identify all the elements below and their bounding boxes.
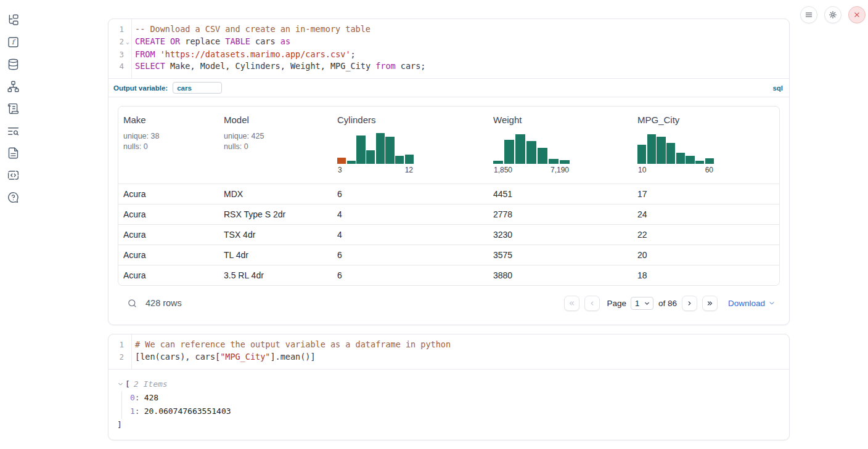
help-icon[interactable] [6, 190, 20, 204]
table-cell: Acura [118, 270, 219, 280]
pagination: Page 1 of 86 Download [559, 296, 776, 311]
table-cell: TSX 4dr [219, 230, 332, 240]
histogram-bar [637, 145, 646, 164]
histogram-max-label: 12 [405, 166, 413, 174]
column-header-cylinders[interactable]: Cylinders312 [332, 107, 488, 184]
dependency-graph-icon[interactable] [6, 79, 20, 93]
tree-entry-index: 0 [130, 393, 135, 402]
page-select-value: 1 [635, 299, 639, 308]
settings-button[interactable] [824, 6, 841, 23]
page-select[interactable]: 1 [631, 297, 653, 310]
histogram-bar [515, 134, 525, 164]
histogram-bar [347, 161, 356, 164]
code-line: 2⌄CREATE OR replace TABLE cars as [108, 36, 789, 49]
histogram-min-label: 1,850 [494, 166, 512, 174]
table-row[interactable]: AcuraMDX6445117 [118, 184, 779, 204]
code-token: ].mean()] [270, 352, 315, 362]
histogram-bar [657, 137, 665, 164]
menu-button[interactable] [800, 6, 817, 23]
output-variable-label: Output variable: [113, 84, 168, 92]
gear-icon [829, 10, 837, 19]
column-histogram: 312 [337, 130, 483, 174]
fold-indicator [124, 339, 131, 351]
python-editor[interactable]: 1# We can reference the output variable … [108, 334, 789, 368]
histogram-bar [705, 158, 714, 164]
code-token [155, 49, 160, 59]
chevrons-right-icon [706, 299, 714, 307]
table-cell: 18 [633, 270, 779, 280]
close-icon [853, 10, 861, 19]
result-table-wrap: Makeunique: 38nulls: 0Modelunique: 425nu… [108, 97, 789, 286]
line-number: 4 [108, 60, 124, 73]
code-token: [len(cars), cars[ [135, 352, 220, 362]
code-token: # We can reference the output variable a… [135, 339, 451, 349]
sidebar-panel: f [0, 0, 26, 449]
python-cell: 1# We can reference the output variable … [108, 334, 790, 440]
histogram-bar [686, 156, 694, 164]
table-cell: Acura [118, 230, 219, 240]
next-page-button[interactable] [682, 296, 697, 311]
histogram-bar [526, 141, 536, 164]
scratchpad-icon[interactable] [6, 102, 20, 115]
column-label: MPG_City [637, 115, 774, 125]
fold-indicator [124, 60, 131, 73]
last-page-button[interactable] [702, 296, 718, 311]
histogram-bar [695, 161, 704, 164]
column-header-make[interactable]: Makeunique: 38nulls: 0 [118, 107, 219, 184]
code-line: 4SELECT Make, Model, Cylinders, Weight, … [108, 60, 789, 73]
fold-indicator [124, 23, 131, 36]
function-square-icon[interactable]: f [6, 35, 20, 49]
gutter-divider [131, 19, 132, 78]
column-header-mpg_city[interactable]: MPG_City1060 [633, 107, 779, 184]
column-label: Weight [493, 115, 628, 125]
fold-indicator: ⌄ [124, 36, 131, 49]
logs-search-icon[interactable] [6, 124, 20, 137]
table-cell: TL 4dr [219, 250, 332, 260]
tree-entry-index: 1 [130, 407, 135, 416]
fold-indicator [124, 351, 131, 363]
column-header-model[interactable]: Modelunique: 425nulls: 0 [219, 107, 332, 184]
code-token: CREATE [135, 36, 165, 46]
database-icon[interactable] [6, 57, 20, 71]
histogram-bar [385, 137, 394, 164]
chevrons-left-icon [568, 299, 576, 307]
snippets-icon[interactable] [6, 168, 20, 182]
tree-entry-colon: : [135, 393, 140, 402]
download-button[interactable]: Download [728, 299, 776, 308]
previous-page-button[interactable] [584, 296, 600, 311]
code-text: -- Download a CSV and create an in-memor… [131, 23, 371, 36]
code-token: from [375, 61, 396, 71]
tree-entry-value: 20.060747663551403 [144, 407, 231, 416]
histogram-bar [337, 158, 346, 164]
table-cell: 6 [332, 250, 488, 260]
histogram-bar [666, 143, 675, 164]
line-number: 2 [108, 351, 124, 363]
output-variable-input[interactable] [173, 82, 222, 94]
line-number: 1 [108, 339, 124, 351]
file-tree-icon[interactable] [6, 13, 20, 26]
search-icon[interactable] [127, 298, 137, 309]
table-row[interactable]: AcuraTSX 4dr4323022 [118, 224, 779, 245]
table-row[interactable]: AcuraTL 4dr6357520 [118, 245, 779, 265]
shutdown-button[interactable] [848, 6, 866, 23]
first-page-button[interactable] [564, 296, 579, 311]
tree-entry-value: 428 [144, 393, 158, 402]
histogram-axis-labels: 312 [337, 166, 414, 174]
gutter-divider [131, 334, 132, 368]
histogram-min-label: 10 [638, 166, 646, 174]
column-header-weight[interactable]: Weight1,8507,190 [488, 107, 633, 184]
sql-editor[interactable]: 1-- Download a CSV and create an in-memo… [108, 19, 789, 78]
topbar-controls [800, 6, 866, 23]
table-row[interactable]: AcuraRSX Type S 2dr4277824 [118, 204, 779, 224]
table-cell: 6 [332, 270, 488, 280]
null-count: nulls: 0 [123, 142, 214, 152]
histogram-bar [504, 140, 514, 164]
histogram-bars [493, 130, 570, 164]
svg-text:f: f [11, 38, 15, 46]
column-histogram: 1,8507,190 [493, 130, 628, 174]
tree-entry-colon: : [135, 407, 140, 416]
table-row[interactable]: Acura3.5 RL 4dr6388018 [118, 265, 779, 285]
documentation-icon[interactable] [6, 146, 20, 160]
tree-collapse-caret[interactable] [117, 381, 124, 387]
column-stats: unique: 425nulls: 0 [224, 131, 327, 152]
